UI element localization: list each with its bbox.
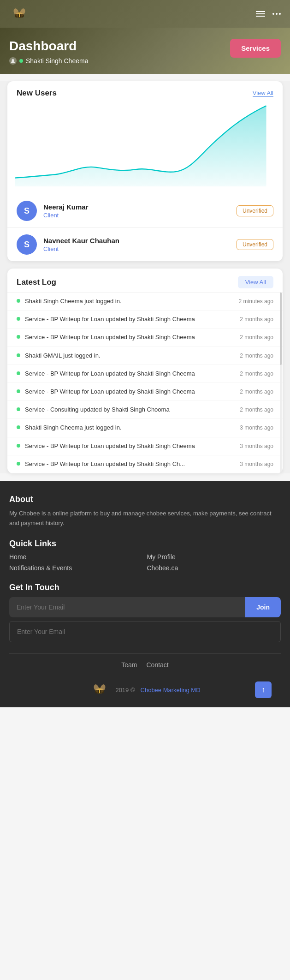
svg-rect-15: [98, 690, 99, 693]
log-time: 2 minutes ago: [239, 298, 273, 305]
log-text: Shakti Singh Cheema just logged in.: [25, 297, 234, 305]
new-users-header: New Users View All: [7, 81, 283, 102]
user-details-1: Navneet Kaur Chauhan Client: [43, 237, 230, 252]
footer-quick-links: Quick Links Home My Profile Notification…: [9, 539, 281, 572]
services-button[interactable]: Services: [230, 39, 281, 58]
new-users-view-all[interactable]: View All: [253, 90, 273, 97]
log-text: Service - BP Writeup for Loan updated by…: [25, 442, 235, 450]
email-row-2: [9, 621, 281, 642]
email-input-2[interactable]: [10, 621, 280, 642]
user-name-0: Neeraj Kumar: [43, 203, 230, 211]
new-users-chart: [7, 102, 283, 194]
log-view-all[interactable]: View All: [238, 276, 273, 288]
footer-logo-icon: [89, 681, 110, 698]
hamburger-menu[interactable]: [256, 11, 265, 17]
log-dot: [17, 425, 20, 429]
new-users-card: New Users View All S: [7, 81, 283, 261]
footer-brand: 2019 © Chobee Marketing MD ↑: [9, 676, 281, 707]
log-time: 3 months ago: [240, 443, 273, 449]
online-indicator: [19, 59, 23, 63]
user-details-0: Neeraj Kumar Client: [43, 203, 230, 219]
hero-username: Shakti Singh Cheema: [26, 57, 88, 65]
log-item: Shakti GMAIL just logged in. 2 months ag…: [7, 347, 283, 365]
status-badge-0: Unverified: [237, 205, 273, 216]
log-text: Service - BP Writeup for Loan updated by…: [25, 370, 235, 378]
user-name-1: Navneet Kaur Chauhan: [43, 237, 230, 245]
quick-link-profile[interactable]: My Profile: [147, 553, 281, 561]
about-description: My Chobee is a online platform to buy an…: [9, 509, 281, 528]
svg-point-13: [95, 690, 99, 693]
footer-link-team[interactable]: Team: [121, 661, 137, 669]
more-options-icon[interactable]: [272, 13, 281, 15]
log-text: Service - BP Writeup for Loan updated by…: [25, 388, 235, 396]
log-time: 2 months ago: [240, 406, 273, 413]
svg-rect-7: [20, 14, 21, 18]
log-time: 3 months ago: [240, 424, 273, 431]
log-item: Service - BP Writeup for Loan updated by…: [7, 365, 283, 383]
logo: [9, 6, 30, 22]
log-item: Service - BP Writeup for Loan updated by…: [7, 383, 283, 401]
log-item: Service - BP Writeup for Loan updated by…: [7, 455, 283, 473]
user-role-1: Client: [43, 245, 230, 252]
brand-link[interactable]: Chobee Marketing MD: [141, 687, 201, 693]
latest-log-card: Latest Log View All Shakti Singh Cheema …: [7, 269, 283, 473]
latest-log-header: Latest Log View All: [7, 269, 283, 292]
svg-rect-6: [18, 14, 19, 18]
user-avatar-1: S: [17, 234, 37, 255]
log-item: Service - BP Writeup for Loan updated by…: [7, 437, 283, 455]
log-dot: [17, 389, 20, 393]
user-avatar-0: S: [17, 201, 37, 221]
log-time: 2 months ago: [240, 388, 273, 395]
join-button[interactable]: Join: [245, 597, 281, 617]
quick-links-grid: Home My Profile Notifications & Events C…: [9, 553, 281, 572]
quick-link-chobee[interactable]: Chobee.ca: [147, 564, 281, 572]
log-time: 2 months ago: [240, 334, 273, 341]
scroll-top-button[interactable]: ↑: [255, 681, 272, 698]
latest-log-title: Latest Log: [17, 278, 56, 287]
log-list[interactable]: Shakti Singh Cheema just logged in. 2 mi…: [7, 292, 283, 473]
user-list: S Neeraj Kumar Client Unverified S Navne…: [7, 194, 283, 261]
status-badge-1: Unverified: [237, 239, 273, 250]
log-dot: [17, 371, 20, 375]
get-in-touch-title: Get In Touch: [9, 583, 281, 592]
header: [0, 0, 290, 28]
user-item-0: S Neeraj Kumar Client Unverified: [7, 194, 283, 227]
log-dot: [17, 317, 20, 321]
log-dot: [17, 335, 20, 339]
svg-point-5: [20, 14, 24, 18]
log-text: Shakti GMAIL just logged in.: [25, 352, 235, 360]
email-input[interactable]: [9, 597, 245, 617]
new-users-title: New Users: [17, 89, 57, 98]
log-item: Service - BP Writeup for Loan updated by…: [7, 329, 283, 347]
quick-links-title: Quick Links: [9, 539, 281, 549]
log-dot: [17, 353, 20, 357]
svg-point-14: [101, 690, 104, 693]
log-time: 2 months ago: [240, 370, 273, 377]
footer: About My Chobee is a online platform to …: [0, 481, 290, 708]
log-dot: [17, 407, 20, 411]
user-icon: [11, 59, 15, 63]
header-actions: [256, 11, 281, 17]
user-role-0: Client: [43, 212, 230, 219]
log-time: 2 months ago: [240, 353, 273, 359]
log-text: Service - BP Writeup for Loan updated by…: [25, 333, 235, 341]
log-text: Service - BP Writeup for Loan updated by…: [25, 460, 235, 468]
chart-svg: [15, 102, 275, 186]
hero-section: Dashboard Shakti Singh Cheema Services: [0, 28, 290, 74]
svg-point-4: [15, 14, 18, 18]
footer-link-contact[interactable]: Contact: [146, 661, 168, 669]
log-item: Shakti Singh Cheema just logged in. 3 mo…: [7, 419, 283, 437]
footer-contact: Get In Touch Join: [9, 583, 281, 642]
copyright-text: 2019 ©: [115, 687, 135, 693]
main-content: New Users View All S: [0, 81, 290, 473]
quick-link-notifications[interactable]: Notifications & Events: [9, 564, 143, 572]
log-item: Service - Consulting updated by Shakti S…: [7, 401, 283, 419]
quick-link-home[interactable]: Home: [9, 553, 143, 561]
email-row: Join: [9, 597, 281, 617]
log-item: Service - BP Writeup for Loan updated by…: [7, 311, 283, 329]
log-dot: [17, 444, 20, 448]
user-avatar-sm: [9, 57, 17, 65]
log-item: Shakti Singh Cheema just logged in. 2 mi…: [7, 293, 283, 311]
user-info: Shakti Singh Cheema: [9, 57, 281, 65]
logo-icon: [9, 6, 30, 22]
